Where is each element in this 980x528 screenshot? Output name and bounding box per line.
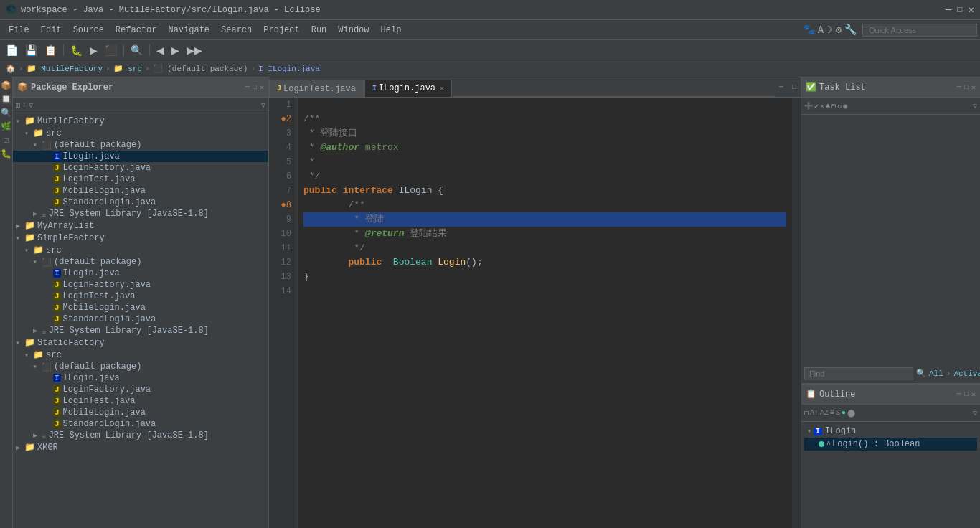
- menu-help[interactable]: Help: [375, 22, 407, 38]
- pe-close-btn[interactable]: ✕: [260, 83, 264, 92]
- tl-refresh-btn[interactable]: ↻: [837, 102, 842, 110]
- ol-sort-btn[interactable]: A↑: [810, 409, 819, 417]
- ol-item-login-method[interactable]: ^ Login() : Boolean: [804, 438, 977, 451]
- search-button[interactable]: 🔍: [128, 43, 146, 57]
- menu-navigate[interactable]: Navigate: [162, 22, 215, 38]
- tree-item-stf-mobilelogin[interactable]: J MobileLogin.java: [13, 407, 268, 418]
- ol-collapse-all-btn[interactable]: ⊟: [804, 409, 809, 418]
- menu-source[interactable]: Source: [67, 22, 110, 38]
- pe-icon[interactable]: 📦: [1, 80, 11, 91]
- ol-pub-btn[interactable]: ●: [842, 409, 846, 417]
- tl-find-input[interactable]: [804, 367, 913, 380]
- tree-item-stf-src[interactable]: ▾ 📁 src: [13, 349, 268, 361]
- prev-edit-button[interactable]: ◀: [154, 43, 167, 57]
- save-button[interactable]: 💾: [22, 43, 40, 57]
- tl-collapse-btn[interactable]: ⊟: [831, 102, 836, 110]
- code-content[interactable]: /** * 登陆接口 * @author metrox * */ public …: [298, 98, 792, 528]
- search-icon[interactable]: 🔍: [1, 108, 11, 118]
- ol-item-ilogin[interactable]: ▾ I ILogin: [804, 425, 977, 438]
- quick-access-input[interactable]: [862, 24, 977, 37]
- tl-focus-btn[interactable]: ◉: [843, 102, 847, 110]
- pe-maximize-btn[interactable]: □: [253, 83, 257, 91]
- pe-filter-btn[interactable]: ▽: [29, 101, 33, 110]
- ol-maximize-btn[interactable]: □: [964, 390, 969, 398]
- debug-button[interactable]: 🐛: [67, 43, 85, 57]
- git-icon[interactable]: 🌿: [1, 121, 11, 132]
- tree-item-stf-defpkg[interactable]: ▾ ⬛ (default package): [13, 361, 268, 372]
- tree-item-mutile-src[interactable]: ▾ 📁 src: [13, 127, 268, 139]
- tree-item-stf-logintest[interactable]: J LoginTest.java: [13, 395, 268, 407]
- tasks-icon[interactable]: ☑: [4, 135, 9, 146]
- tree-item-mutile[interactable]: ▾ 📁 MutileFactory: [13, 115, 268, 127]
- tree-item-mutile-defpkg[interactable]: ▾ ⬛ (default package): [13, 139, 268, 151]
- tree-item-stf-loginfactory[interactable]: J LoginFactory.java: [13, 384, 268, 395]
- tree-item-mutile-jre[interactable]: ▶ ☕ JRE System Library [JavaSE-1.8]: [13, 208, 268, 220]
- ol-static-btn[interactable]: S: [836, 409, 840, 417]
- tree-item-stf-ilogin[interactable]: I ILogin.java: [13, 372, 268, 384]
- debug-icon[interactable]: 🐛: [1, 148, 11, 159]
- bc-mutile[interactable]: 📁 MutileFactory: [27, 64, 103, 73]
- ol-close-btn[interactable]: ✕: [971, 390, 976, 399]
- ol-fields-btn[interactable]: ≡: [830, 409, 834, 417]
- tl-complete-btn[interactable]: ✔: [814, 102, 819, 110]
- maximize-btn[interactable]: □: [957, 5, 962, 15]
- tl-maximize-btn[interactable]: □: [964, 83, 969, 91]
- forward-button[interactable]: ▶▶: [184, 43, 205, 57]
- tab-ilogin-close[interactable]: ✕: [440, 84, 444, 93]
- tree-item-mutile-loginfactory[interactable]: J LoginFactory.java: [13, 162, 268, 174]
- tree-item-mutile-logintest[interactable]: J LoginTest.java: [13, 174, 268, 185]
- tree-item-stf-jre[interactable]: ▶ ☕ JRE System Library [JavaSE-1.8]: [13, 430, 268, 441]
- ol-minimize-btn[interactable]: ─: [957, 390, 961, 398]
- bc-workspace[interactable]: 🏠: [6, 64, 16, 73]
- editor-maximize-btn[interactable]: □: [788, 83, 801, 91]
- tl-minimize-btn[interactable]: ─: [957, 83, 961, 91]
- stop-button[interactable]: ⬛: [102, 43, 120, 57]
- tree-item-simplefactory[interactable]: ▾ 📁 SimpleFactory: [13, 232, 268, 244]
- bc-default-pkg[interactable]: ⬛ (default package): [153, 64, 248, 73]
- menu-search[interactable]: Search: [215, 22, 258, 38]
- menu-window[interactable]: Window: [332, 22, 374, 38]
- editor-scrollbar[interactable]: [792, 98, 801, 528]
- bc-file[interactable]: I ILogin.java: [258, 65, 320, 73]
- minimize-btn[interactable]: ─: [946, 4, 951, 16]
- menu-file[interactable]: File: [3, 22, 35, 38]
- tree-item-sf-standardlogin[interactable]: J StandardLogin.java: [13, 314, 268, 325]
- tree-item-sf-mobilelogin[interactable]: J MobileLogin.java: [13, 302, 268, 314]
- menu-project[interactable]: Project: [258, 22, 305, 38]
- tree-item-sf-defpkg[interactable]: ▾ ⬛ (default package): [13, 256, 268, 268]
- tl-delete-btn[interactable]: ✕: [820, 102, 824, 110]
- tree-item-stf-standardlogin[interactable]: J StandardLogin.java: [13, 418, 268, 430]
- pe-sync-btn[interactable]: ↕: [22, 101, 27, 109]
- pe-collapse-btn[interactable]: ⊞: [16, 101, 20, 110]
- hierarchy-icon[interactable]: 🔲: [1, 94, 11, 105]
- tab-logintest[interactable]: J LoginTest.java: [269, 80, 364, 97]
- new-button[interactable]: 📄: [3, 43, 21, 57]
- tree-item-myarraylist[interactable]: ▶ 📁 MyArrayList: [13, 220, 268, 232]
- tree-item-staticfactory[interactable]: ▾ 📁 StaticFactory: [13, 336, 268, 349]
- ol-view-menu-btn[interactable]: ▽: [973, 409, 977, 418]
- tree-item-mutile-ilogin[interactable]: I ILogin.java: [13, 151, 268, 162]
- close-btn[interactable]: ✕: [969, 4, 974, 16]
- tree-item-sf-src[interactable]: ▾ 📁 src: [13, 244, 268, 256]
- menu-edit[interactable]: Edit: [35, 22, 67, 38]
- tree-item-xmgr[interactable]: ▶ 📁 XMGR: [13, 441, 268, 453]
- ol-az-btn[interactable]: AZ: [820, 409, 829, 417]
- tree-item-mutile-standardlogin[interactable]: J StandardLogin.java: [13, 197, 268, 208]
- tl-activate-btn[interactable]: Activate...: [953, 369, 980, 378]
- tl-new-task-btn[interactable]: ➕: [804, 102, 813, 110]
- tree-item-sf-logintest[interactable]: J LoginTest.java: [13, 291, 268, 302]
- tree-item-sf-ilogin[interactable]: I ILogin.java: [13, 268, 268, 279]
- tree-item-mutile-mobilelogin[interactable]: J MobileLogin.java: [13, 185, 268, 197]
- tl-close-btn[interactable]: ✕: [971, 83, 976, 92]
- tl-all-btn[interactable]: All: [929, 369, 943, 378]
- pe-minimize-btn[interactable]: ─: [245, 83, 250, 91]
- ol-priv-btn[interactable]: ⬤: [847, 409, 855, 418]
- save-all-button[interactable]: 📋: [42, 43, 60, 57]
- tree-item-sf-loginfactory[interactable]: J LoginFactory.java: [13, 279, 268, 291]
- tab-ilogin[interactable]: I ILogin.java ✕: [364, 80, 452, 97]
- tl-priority-btn[interactable]: ▲: [826, 102, 830, 110]
- menu-refactor[interactable]: Refactor: [110, 22, 163, 38]
- next-edit-button[interactable]: ▶: [169, 43, 182, 57]
- bc-src[interactable]: 📁 src: [113, 64, 142, 73]
- pe-view-menu-btn[interactable]: ▽: [261, 101, 265, 110]
